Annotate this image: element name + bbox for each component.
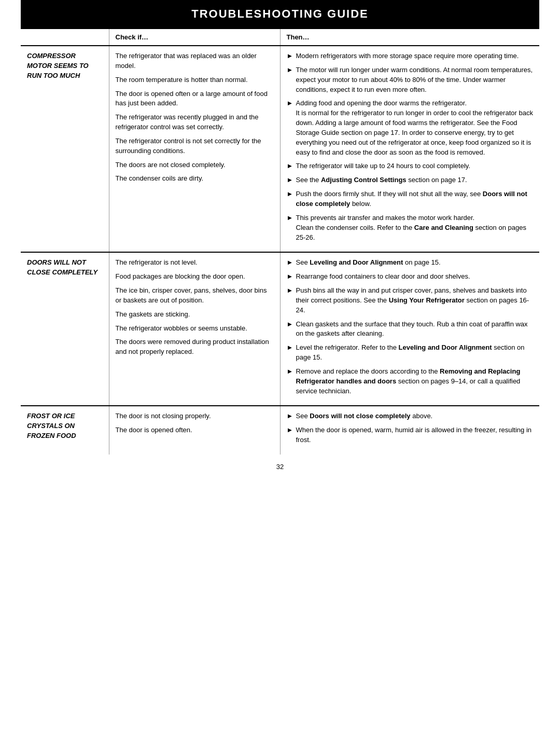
check-item: The refrigerator is not level. [116, 258, 274, 268]
bullet-arrow: ► [287, 189, 294, 199]
check-cell: The refrigerator that was replaced was a… [109, 46, 280, 252]
bullet-text: Adding food and opening the door warms t… [296, 99, 534, 157]
check-item: Food packages are blocking the door open… [116, 272, 274, 282]
check-item: The ice bin, crisper cover, pans, shelve… [116, 286, 274, 306]
then-cell: ►See Doors will not close completely abo… [280, 406, 539, 455]
then-item: ►The motor will run longer under warm co… [287, 65, 534, 95]
check-cell: The refrigerator is not level.Food packa… [109, 252, 280, 406]
table-header-row: Check if… Then… [21, 29, 539, 46]
page-title: TROUBLESHOOTING GUIDE [31, 7, 529, 21]
title-bar: TROUBLESHOOTING GUIDE [21, 0, 539, 28]
then-item: ►When the door is opened, warm, humid ai… [287, 425, 534, 445]
then-cell: ►Modern refrigerators with more storage … [280, 46, 539, 252]
then-item: ►Push the doors firmly shut. If they wil… [287, 189, 534, 209]
bullet-arrow: ► [287, 175, 294, 185]
then-item: ►Push bins all the way in and put crispe… [287, 286, 534, 315]
then-item: ►Rearrange food containers to clear door… [287, 272, 534, 282]
bullet-arrow: ► [287, 320, 294, 329]
bullet-text: Push bins all the way in and put crisper… [296, 286, 534, 315]
bullet-arrow: ► [287, 343, 294, 353]
bullet-arrow: ► [287, 65, 294, 75]
then-cell: ►See Leveling and Door Alignment on page… [280, 252, 539, 406]
bullet-arrow: ► [287, 425, 294, 435]
bullet-text: When the door is opened, warm, humid air… [296, 425, 534, 445]
header-check: Check if… [109, 29, 280, 46]
check-item: The refrigerator that was replaced was a… [116, 51, 274, 71]
bullet-arrow: ► [287, 99, 294, 108]
check-item: The doors are not closed completely. [116, 160, 274, 170]
then-item: ►Remove and replace the doors according … [287, 367, 534, 396]
bullet-arrow: ► [287, 286, 294, 296]
check-item: The door is opened often. [116, 425, 274, 435]
bullet-arrow: ► [287, 51, 294, 61]
bullet-text: The refrigerator will take up to 24 hour… [296, 161, 534, 171]
bullet-text: Rearrange food containers to clear door … [296, 272, 534, 282]
check-item: The door is not closing properly. [116, 411, 274, 421]
then-item: ►Adding food and opening the door warms … [287, 99, 534, 157]
header-then: Then… [280, 29, 539, 46]
check-cell: The door is not closing properly.The doo… [109, 406, 280, 455]
bullet-text: Modern refrigerators with more storage s… [296, 51, 534, 61]
bullet-text: See the Adjusting Control Settings secti… [296, 175, 534, 185]
then-item: ►Modern refrigerators with more storage … [287, 51, 534, 61]
issue-cell: DOORS WILL NOT CLOSE COMPLETELY [21, 252, 109, 406]
bullet-text: This prevents air transfer and makes the… [296, 213, 534, 243]
bullet-arrow: ► [287, 258, 294, 268]
bullet-arrow: ► [287, 272, 294, 282]
page-wrapper: TROUBLESHOOTING GUIDE Check if… Then… CO… [0, 0, 560, 500]
issue-cell: COMPRESSOR MOTOR SEEMS TO RUN TOO MUCH [21, 46, 109, 252]
bullet-text: Level the refrigerator. Refer to the Lev… [296, 343, 534, 363]
then-item: ►See Doors will not close completely abo… [287, 411, 534, 421]
bullet-arrow: ► [287, 411, 294, 421]
page-number: 32 [21, 455, 539, 479]
check-item: The refrigerator was recently plugged in… [116, 113, 274, 132]
then-item: ►Clean gaskets and the surface that they… [287, 320, 534, 339]
bullet-text: Clean gaskets and the surface that they … [296, 320, 534, 339]
check-item: The condenser coils are dirty. [116, 174, 274, 184]
issue-cell: FROST OR ICE CRYSTALS ON FROZEN FOOD [21, 406, 109, 455]
table-row: DOORS WILL NOT CLOSE COMPLETELY The refr… [21, 252, 539, 406]
then-item: ►Level the refrigerator. Refer to the Le… [287, 343, 534, 363]
check-item: The door is opened often or a large amou… [116, 89, 274, 109]
bullet-text: Remove and replace the doors according t… [296, 367, 534, 396]
bullet-arrow: ► [287, 161, 294, 171]
table-row: FROST OR ICE CRYSTALS ON FROZEN FOOD The… [21, 406, 539, 455]
guide-table: Check if… Then… COMPRESSOR MOTOR SEEMS T… [21, 28, 539, 455]
then-item: ►The refrigerator will take up to 24 hou… [287, 161, 534, 171]
table-row: COMPRESSOR MOTOR SEEMS TO RUN TOO MUCH T… [21, 46, 539, 252]
header-issue [21, 29, 109, 46]
check-item: The refrigerator wobbles or seems unstab… [116, 324, 274, 334]
check-item: The gaskets are sticking. [116, 310, 274, 320]
bullet-arrow: ► [287, 213, 294, 223]
bullet-arrow: ► [287, 367, 294, 377]
then-item: ►See Leveling and Door Alignment on page… [287, 258, 534, 268]
bullet-text: See Leveling and Door Alignment on page … [296, 258, 534, 268]
check-item: The room temperature is hotter than norm… [116, 75, 274, 85]
bullet-text: See Doors will not close completely abov… [296, 411, 534, 421]
then-item: ►This prevents air transfer and makes th… [287, 213, 534, 243]
check-item: The doors were removed during product in… [116, 337, 274, 357]
then-item: ►See the Adjusting Control Settings sect… [287, 175, 534, 185]
bullet-text: The motor will run longer under warm con… [296, 65, 534, 95]
check-item: The refrigerator control is not set corr… [116, 136, 274, 156]
bullet-text: Push the doors firmly shut. If they will… [296, 189, 534, 209]
